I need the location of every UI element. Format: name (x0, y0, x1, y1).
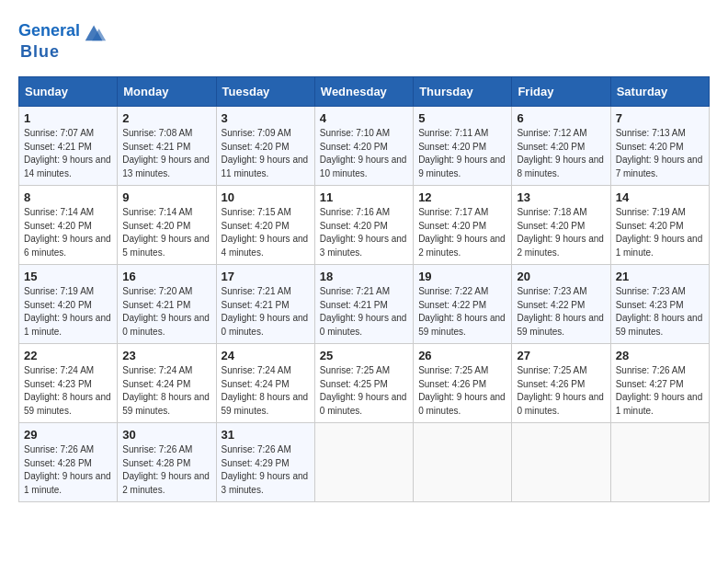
cell-info: Sunrise: 7:25 AMSunset: 4:26 PMDaylight:… (517, 365, 604, 416)
logo-text: General (18, 22, 80, 40)
day-number: 5 (418, 111, 506, 125)
cell-info: Sunrise: 7:11 AMSunset: 4:20 PMDaylight:… (418, 128, 506, 178)
cell-info: Sunrise: 7:21 AMSunset: 4:21 PMDaylight:… (320, 286, 407, 337)
cell-info: Sunrise: 7:15 AMSunset: 4:20 PMDaylight:… (222, 207, 309, 258)
calendar-cell: 20 Sunrise: 7:23 AMSunset: 4:22 PMDaylig… (512, 265, 610, 344)
calendar-cell: 19 Sunrise: 7:22 AMSunset: 4:22 PMDaylig… (414, 265, 512, 344)
calendar-cell: 30 Sunrise: 7:26 AMSunset: 4:28 PMDaylig… (118, 423, 216, 502)
cell-info: Sunrise: 7:26 AMSunset: 4:28 PMDaylight:… (24, 444, 111, 495)
calendar-cell: 18 Sunrise: 7:21 AMSunset: 4:21 PMDaylig… (314, 265, 413, 344)
day-number: 25 (320, 349, 408, 362)
calendar-week-2: 8 Sunrise: 7:14 AMSunset: 4:20 PMDayligh… (19, 186, 710, 265)
calendar-cell (314, 423, 413, 502)
cell-info: Sunrise: 7:09 AMSunset: 4:20 PMDaylight:… (222, 128, 309, 178)
day-number: 22 (24, 349, 112, 362)
day-number: 17 (222, 270, 310, 283)
cell-info: Sunrise: 7:26 AMSunset: 4:28 PMDaylight:… (122, 444, 210, 495)
calendar-cell: 1 Sunrise: 7:07 AMSunset: 4:21 PMDayligh… (19, 107, 118, 186)
calendar-cell (414, 423, 512, 502)
day-number: 24 (222, 349, 310, 362)
day-number: 15 (24, 270, 112, 283)
logo-tagline: Blue (18, 42, 108, 62)
cell-info: Sunrise: 7:12 AMSunset: 4:20 PMDaylight:… (517, 128, 604, 178)
day-number: 2 (122, 111, 210, 125)
logo-icon (82, 18, 108, 44)
calendar-cell: 17 Sunrise: 7:21 AMSunset: 4:21 PMDaylig… (216, 265, 314, 344)
day-number: 9 (122, 190, 210, 204)
cell-info: Sunrise: 7:10 AMSunset: 4:20 PMDaylight:… (320, 128, 407, 178)
cell-info: Sunrise: 7:23 AMSunset: 4:22 PMDaylight:… (517, 286, 604, 337)
calendar-cell: 14 Sunrise: 7:19 AMSunset: 4:20 PMDaylig… (610, 186, 709, 265)
day-number: 23 (122, 349, 210, 362)
cell-info: Sunrise: 7:25 AMSunset: 4:26 PMDaylight:… (418, 365, 506, 416)
day-number: 29 (24, 428, 112, 442)
weekday-header-thursday: Thursday (414, 77, 512, 107)
calendar-cell: 31 Sunrise: 7:26 AMSunset: 4:29 PMDaylig… (216, 423, 314, 502)
day-number: 1 (24, 111, 112, 125)
cell-info: Sunrise: 7:19 AMSunset: 4:20 PMDaylight:… (24, 286, 111, 337)
calendar-cell: 29 Sunrise: 7:26 AMSunset: 4:28 PMDaylig… (19, 423, 118, 502)
cell-info: Sunrise: 7:22 AMSunset: 4:22 PMDaylight:… (418, 286, 506, 337)
day-number: 4 (320, 111, 408, 125)
day-number: 30 (122, 428, 210, 442)
calendar-cell: 4 Sunrise: 7:10 AMSunset: 4:20 PMDayligh… (314, 107, 413, 186)
calendar-cell: 3 Sunrise: 7:09 AMSunset: 4:20 PMDayligh… (216, 107, 314, 186)
weekday-header-saturday: Saturday (610, 77, 709, 107)
day-number: 26 (418, 349, 506, 362)
calendar-cell: 25 Sunrise: 7:25 AMSunset: 4:25 PMDaylig… (314, 344, 413, 423)
calendar-cell: 2 Sunrise: 7:08 AMSunset: 4:21 PMDayligh… (118, 107, 216, 186)
day-number: 10 (222, 190, 310, 204)
calendar-cell (610, 423, 709, 502)
page-header: General Blue (18, 18, 710, 62)
calendar-cell: 26 Sunrise: 7:25 AMSunset: 4:26 PMDaylig… (414, 344, 512, 423)
calendar-cell: 5 Sunrise: 7:11 AMSunset: 4:20 PMDayligh… (414, 107, 512, 186)
day-number: 27 (517, 349, 605, 362)
calendar-cell: 22 Sunrise: 7:24 AMSunset: 4:23 PMDaylig… (19, 344, 118, 423)
calendar-cell (512, 423, 610, 502)
weekday-header-sunday: Sunday (19, 77, 118, 107)
calendar-cell: 8 Sunrise: 7:14 AMSunset: 4:20 PMDayligh… (19, 186, 118, 265)
cell-info: Sunrise: 7:25 AMSunset: 4:25 PMDaylight:… (320, 365, 407, 416)
day-number: 11 (320, 190, 408, 204)
day-number: 21 (616, 270, 704, 283)
calendar-table: SundayMondayTuesdayWednesdayThursdayFrid… (18, 76, 710, 502)
calendar-cell: 11 Sunrise: 7:16 AMSunset: 4:20 PMDaylig… (314, 186, 413, 265)
day-number: 13 (517, 190, 605, 204)
weekday-header-friday: Friday (512, 77, 610, 107)
day-number: 18 (320, 270, 408, 283)
cell-info: Sunrise: 7:24 AMSunset: 4:24 PMDaylight:… (222, 365, 309, 416)
calendar-cell: 24 Sunrise: 7:24 AMSunset: 4:24 PMDaylig… (216, 344, 314, 423)
cell-info: Sunrise: 7:14 AMSunset: 4:20 PMDaylight:… (122, 207, 210, 258)
cell-info: Sunrise: 7:20 AMSunset: 4:21 PMDaylight:… (122, 286, 210, 337)
weekday-header-row: SundayMondayTuesdayWednesdayThursdayFrid… (19, 77, 710, 107)
weekday-header-tuesday: Tuesday (216, 77, 314, 107)
calendar-cell: 23 Sunrise: 7:24 AMSunset: 4:24 PMDaylig… (118, 344, 216, 423)
calendar-cell: 13 Sunrise: 7:18 AMSunset: 4:20 PMDaylig… (512, 186, 610, 265)
day-number: 6 (517, 111, 605, 125)
cell-info: Sunrise: 7:26 AMSunset: 4:27 PMDaylight:… (616, 365, 703, 416)
calendar-week-1: 1 Sunrise: 7:07 AMSunset: 4:21 PMDayligh… (19, 107, 710, 186)
cell-info: Sunrise: 7:18 AMSunset: 4:20 PMDaylight:… (517, 207, 604, 258)
day-number: 20 (517, 270, 605, 283)
cell-info: Sunrise: 7:07 AMSunset: 4:21 PMDaylight:… (24, 128, 111, 178)
cell-info: Sunrise: 7:24 AMSunset: 4:23 PMDaylight:… (24, 365, 111, 416)
cell-info: Sunrise: 7:17 AMSunset: 4:20 PMDaylight:… (418, 207, 506, 258)
day-number: 3 (222, 111, 310, 125)
cell-info: Sunrise: 7:19 AMSunset: 4:20 PMDaylight:… (616, 207, 703, 258)
cell-info: Sunrise: 7:13 AMSunset: 4:20 PMDaylight:… (616, 128, 703, 178)
cell-info: Sunrise: 7:08 AMSunset: 4:21 PMDaylight:… (122, 128, 210, 178)
calendar-cell: 15 Sunrise: 7:19 AMSunset: 4:20 PMDaylig… (19, 265, 118, 344)
calendar-cell: 10 Sunrise: 7:15 AMSunset: 4:20 PMDaylig… (216, 186, 314, 265)
cell-info: Sunrise: 7:14 AMSunset: 4:20 PMDaylight:… (24, 207, 111, 258)
day-number: 28 (616, 349, 704, 362)
calendar-cell: 16 Sunrise: 7:20 AMSunset: 4:21 PMDaylig… (118, 265, 216, 344)
day-number: 31 (222, 428, 310, 442)
day-number: 7 (616, 111, 704, 125)
weekday-header-wednesday: Wednesday (314, 77, 413, 107)
day-number: 19 (418, 270, 506, 283)
cell-info: Sunrise: 7:24 AMSunset: 4:24 PMDaylight:… (122, 365, 210, 416)
calendar-week-3: 15 Sunrise: 7:19 AMSunset: 4:20 PMDaylig… (19, 265, 710, 344)
cell-info: Sunrise: 7:23 AMSunset: 4:23 PMDaylight:… (616, 286, 703, 337)
day-number: 16 (122, 270, 210, 283)
calendar-week-4: 22 Sunrise: 7:24 AMSunset: 4:23 PMDaylig… (19, 344, 710, 423)
